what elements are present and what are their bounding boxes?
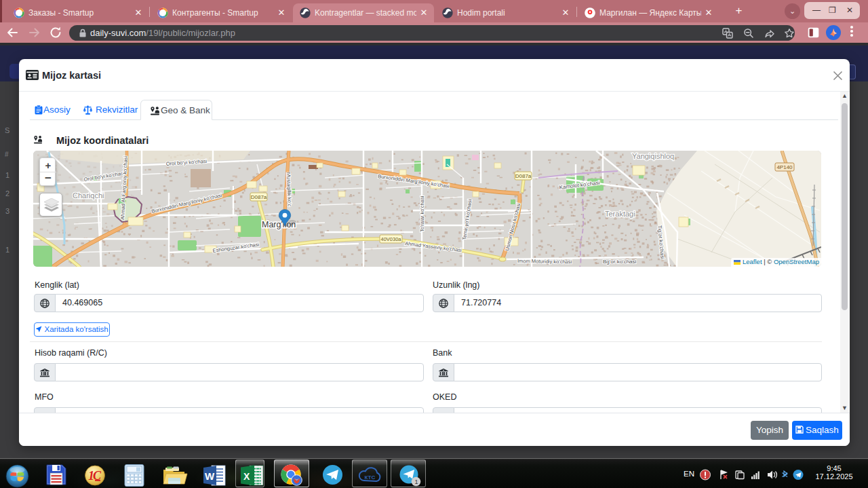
svg-text:To'ralar ko'chasi: To'ralar ko'chasi bbox=[419, 195, 425, 232]
svg-text:Imom Moturidiy ko'chasi: Imom Moturidiy ko'chasi bbox=[517, 258, 572, 265]
svg-text:D087a: D087a bbox=[515, 173, 532, 179]
svg-text:1: 1 bbox=[415, 478, 418, 485]
svg-text:D087a: D087a bbox=[251, 194, 267, 200]
svg-text:Yangiqishloq: Yangiqishloq bbox=[632, 152, 674, 160]
svg-text:Teraktagi: Teraktagi bbox=[605, 210, 635, 218]
svg-text:Chariqchi: Chariqchi bbox=[73, 191, 104, 200]
svg-text:4P140: 4P140 bbox=[776, 164, 793, 170]
svg-text:40V030a: 40V030a bbox=[380, 236, 401, 242]
svg-text:Bg'or ko'chasi: Bg'or ko'chasi bbox=[603, 259, 637, 265]
svg-text:КТС: КТС bbox=[365, 474, 376, 481]
svg-text:Mustaqillik ko'c: Mustaqillik ko'c bbox=[285, 172, 293, 207]
svg-text:X: X bbox=[243, 471, 250, 482]
svg-text:W: W bbox=[205, 470, 215, 482]
